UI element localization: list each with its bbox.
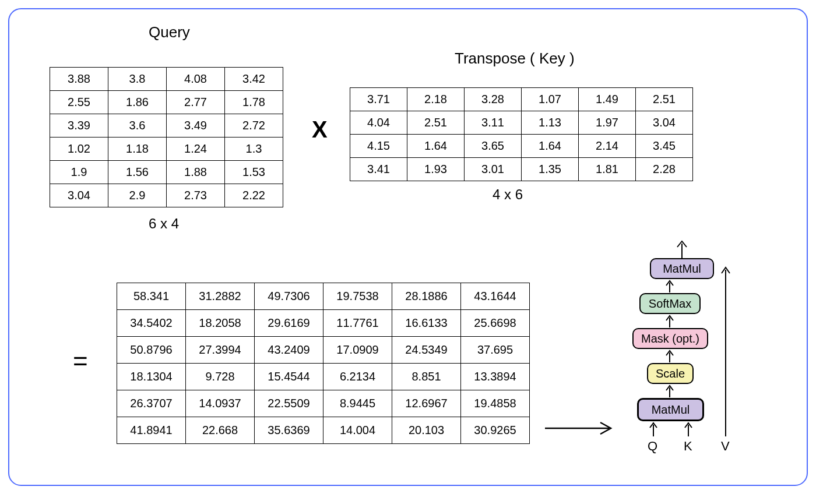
cell: 58.341 (117, 283, 186, 310)
arrow-k-in (683, 421, 694, 438)
cell: 17.0909 (323, 337, 392, 364)
cell: 26.3707 (117, 390, 186, 417)
cell: 1.49 (579, 88, 636, 111)
arrow-v-in (720, 265, 731, 438)
cell: 50.8796 (117, 337, 186, 364)
cell: 1.97 (579, 111, 636, 135)
key-table-wrap: 3.712.183.281.071.492.514.042.513.111.13… (350, 87, 693, 181)
cell: 1.86 (108, 91, 167, 114)
cell: 1.56 (108, 161, 167, 184)
attention-flow-diagram: MatMul SoftMax Mask (opt.) Scale MatMul (627, 242, 796, 475)
cell: 37.695 (461, 337, 530, 364)
cell: 1.18 (108, 138, 167, 161)
flow-mask: Mask (opt.) (632, 328, 708, 349)
cell: 35.6369 (255, 417, 323, 444)
arrow-mask-to-sm (664, 314, 676, 329)
cell: 3.42 (225, 68, 283, 91)
cell: 15.4544 (255, 364, 323, 390)
cell: 25.6698 (461, 310, 530, 337)
cell: 3.65 (465, 135, 522, 158)
result-table: 58.34131.288249.730619.753828.188643.164… (117, 283, 530, 444)
flow-matmul-top: MatMul (650, 258, 714, 279)
cell: 3.04 (636, 111, 693, 135)
flow-scale: Scale (647, 363, 694, 384)
cell: 22.5509 (255, 390, 323, 417)
arrow-scale-to-mask (664, 349, 676, 364)
cell: 3.6 (108, 114, 167, 138)
cell: 8.9445 (323, 390, 392, 417)
key-transpose-table: 3.712.183.281.071.492.514.042.513.111.13… (350, 87, 693, 181)
cell: 3.04 (50, 184, 108, 207)
cell: 27.3994 (186, 337, 255, 364)
cell: 1.13 (522, 111, 579, 135)
cell: 12.6967 (392, 390, 461, 417)
cell: 1.93 (407, 158, 465, 181)
cell: 2.28 (636, 158, 693, 181)
cell: 1.64 (407, 135, 465, 158)
flow-matmul-bottom: MatMul (637, 398, 704, 421)
cell: 6.2134 (323, 364, 392, 390)
cell: 1.64 (522, 135, 579, 158)
query-title: Query (149, 23, 190, 41)
cell: 41.8941 (117, 417, 186, 444)
query-table-wrap: 3.883.84.083.422.551.862.771.783.393.63.… (50, 67, 283, 207)
query-dim-label: 6 x 4 (149, 216, 179, 232)
cell: 19.4858 (461, 390, 530, 417)
cell: 3.45 (636, 135, 693, 158)
cell: 19.7538 (323, 283, 392, 310)
cell: 3.01 (465, 158, 522, 181)
cell: 1.02 (50, 138, 108, 161)
cell: 4.15 (350, 135, 407, 158)
cell: 13.3894 (461, 364, 530, 390)
arrow-right-icon (542, 420, 618, 437)
cell: 9.728 (186, 364, 255, 390)
flow-softmax: SoftMax (639, 293, 701, 314)
cell: 3.39 (50, 114, 108, 138)
cell: 18.1304 (117, 364, 186, 390)
cell: 1.3 (225, 138, 283, 161)
cell: 22.668 (186, 417, 255, 444)
cell: 3.71 (350, 88, 407, 111)
arrow-q-in (648, 421, 659, 438)
cell: 1.07 (522, 88, 579, 111)
cell: 2.14 (579, 135, 636, 158)
cell: 1.24 (167, 138, 225, 161)
query-table: 3.883.84.083.422.551.862.771.783.393.63.… (50, 67, 283, 207)
cell: 14.0937 (186, 390, 255, 417)
cell: 3.88 (50, 68, 108, 91)
cell: 3.8 (108, 68, 167, 91)
cell: 34.5402 (117, 310, 186, 337)
cell: 29.6169 (255, 310, 323, 337)
cell: 24.5349 (392, 337, 461, 364)
cell: 14.004 (323, 417, 392, 444)
cell: 1.78 (225, 91, 283, 114)
cell: 3.49 (167, 114, 225, 138)
result-table-wrap: 58.34131.288249.730619.753828.188643.164… (117, 283, 530, 444)
cell: 18.2058 (186, 310, 255, 337)
cell: 43.1644 (461, 283, 530, 310)
cell: 11.7761 (323, 310, 392, 337)
cell: 2.9 (108, 184, 167, 207)
arrow-sm-to-mm (664, 279, 676, 294)
arrow-mm-to-scale (664, 384, 676, 399)
multiply-op: X (312, 117, 328, 143)
cell: 2.72 (225, 114, 283, 138)
cell: 4.04 (350, 111, 407, 135)
cell: 1.53 (225, 161, 283, 184)
arrow-out-top (673, 239, 691, 259)
cell: 1.81 (579, 158, 636, 181)
cell: 2.22 (225, 184, 283, 207)
cell: 49.7306 (255, 283, 323, 310)
cell: 28.1886 (392, 283, 461, 310)
cell: 31.2882 (186, 283, 255, 310)
key-dim-label: 4 x 6 (493, 186, 523, 203)
cell: 1.35 (522, 158, 579, 181)
cell: 43.2409 (255, 337, 323, 364)
cell: 2.51 (636, 88, 693, 111)
key-title: Transpose ( Key ) (455, 50, 575, 68)
cell: 2.18 (407, 88, 465, 111)
cell: 16.6133 (392, 310, 461, 337)
cell: 1.9 (50, 161, 108, 184)
cell: 2.77 (167, 91, 225, 114)
cell: 3.11 (465, 111, 522, 135)
